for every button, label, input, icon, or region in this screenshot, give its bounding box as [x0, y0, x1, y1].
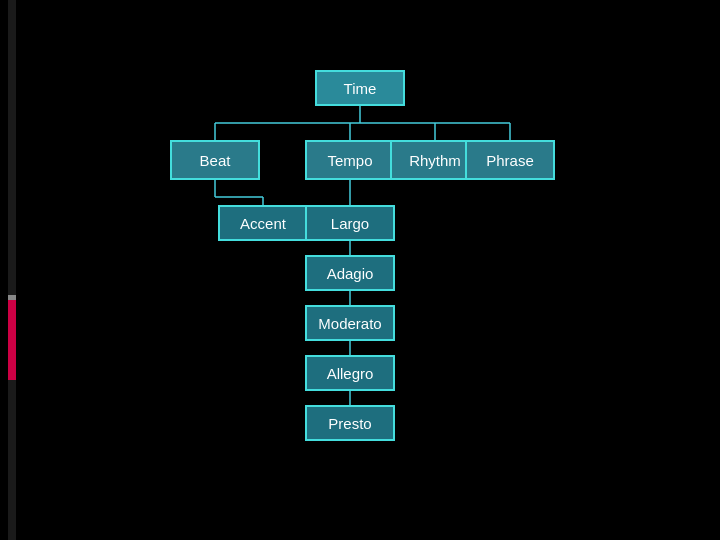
moderato-node[interactable]: Moderato [305, 305, 395, 341]
accent-node[interactable]: Accent [218, 205, 308, 241]
left-bar [8, 0, 16, 540]
tempo-node[interactable]: Tempo [305, 140, 395, 180]
left-accent-pink [8, 300, 16, 380]
beat-node[interactable]: Beat [170, 140, 260, 180]
adagio-node[interactable]: Adagio [305, 255, 395, 291]
largo-node[interactable]: Largo [305, 205, 395, 241]
allegro-node[interactable]: Allegro [305, 355, 395, 391]
phrase-node[interactable]: Phrase [465, 140, 555, 180]
presto-node[interactable]: Presto [305, 405, 395, 441]
time-node[interactable]: Time [315, 70, 405, 106]
